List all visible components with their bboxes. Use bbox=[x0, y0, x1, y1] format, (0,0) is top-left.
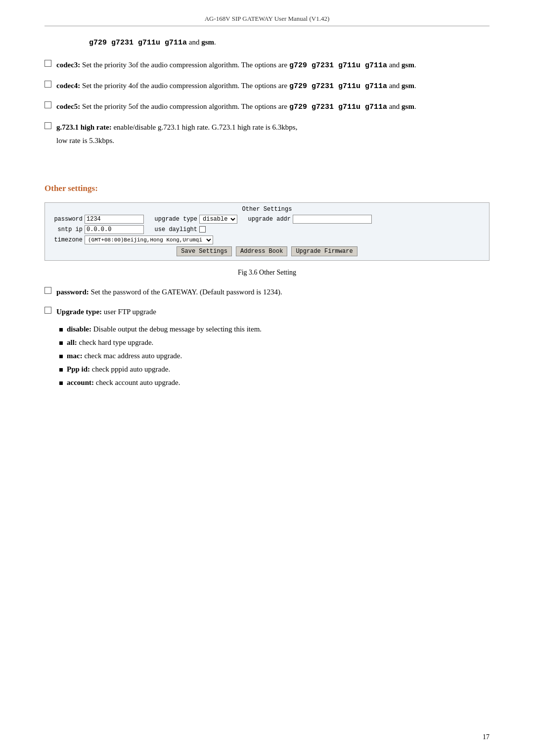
highrate-desc2: low rate is 5.3kbps. bbox=[56, 137, 114, 144]
codec3-desc: Set the priority 3of the audio compressi… bbox=[82, 61, 289, 69]
upgrade-type-desc-text: user FTP upgrade bbox=[104, 308, 156, 316]
bullet-all-label: all: bbox=[67, 338, 77, 346]
intro-gsm: gsm bbox=[201, 38, 214, 46]
bullet-square-all bbox=[59, 341, 63, 345]
fig-caption: Fig 3.6 Other Setting bbox=[44, 269, 490, 277]
codec4-desc: Set the priority 4of the audio compressi… bbox=[82, 82, 289, 90]
upgrade-type-desc-block: Upgrade type: user FTP upgrade bbox=[44, 305, 490, 318]
timezone-select[interactable]: (GMT+08:00)Beijing,Hong Kong,Urumqi bbox=[85, 236, 213, 244]
codec4-and: and bbox=[389, 82, 401, 90]
password-desc-checkbox bbox=[44, 287, 51, 294]
timezone-label: timezone bbox=[49, 236, 83, 243]
settings-box-title: Other Settings bbox=[49, 206, 485, 213]
upgrade-type-desc-label: Upgrade type: bbox=[56, 308, 102, 316]
page-header: AG-168V SIP GATEWAY User Manual (V1.42) bbox=[44, 15, 490, 26]
codec3-options: g729 g7231 g711u g711a bbox=[289, 61, 387, 70]
bullet-mac-label: mac: bbox=[67, 352, 83, 360]
password-desc-label: password: bbox=[56, 288, 89, 296]
use-daylight-label: use daylight bbox=[153, 226, 197, 233]
highrate-label: g.723.1 high rate: bbox=[56, 123, 112, 131]
codec4-gsm: gsm bbox=[401, 82, 414, 90]
sntp-ip-label: sntp ip bbox=[49, 226, 83, 233]
other-settings-heading: Other settings: bbox=[44, 184, 490, 193]
codec5-gsm: gsm bbox=[401, 102, 414, 110]
upgrade-addr-label: upgrade addr bbox=[246, 216, 291, 223]
bullet-pppid: Ppp id: check pppid auto upgrade. bbox=[44, 365, 490, 374]
bullet-pppid-label: Ppp id: bbox=[67, 365, 90, 373]
codec3-gsm: gsm bbox=[401, 61, 414, 69]
bullet-account: account: check account auto upgrade. bbox=[44, 378, 490, 387]
codec4-checkbox bbox=[44, 81, 51, 88]
bullet-square-mac bbox=[59, 355, 63, 358]
bullet-all: all: check hard type upgrade. bbox=[44, 338, 490, 347]
codec3-block: codec3: Set the priority 3of the audio c… bbox=[44, 58, 490, 72]
codec4-block: codec4: Set the priority 4of the audio c… bbox=[44, 79, 490, 93]
bullet-all-text: check hard type upgrade. bbox=[79, 338, 154, 346]
settings-buttons-row: Save Settings Address Book Upgrade Firmw… bbox=[49, 246, 485, 256]
intro-codecs: g729 g7231 g711u g711a bbox=[89, 39, 187, 47]
settings-row-2: sntp ip use daylight bbox=[49, 225, 485, 234]
bullet-disable: disable: Disable output the debug messag… bbox=[44, 325, 490, 333]
settings-box: Other Settings password upgrade type dis… bbox=[44, 202, 490, 261]
codec5-and: and bbox=[389, 102, 401, 110]
codec3-and: and bbox=[389, 61, 401, 69]
codec5-block: codec5: Set the priority 5of the audio c… bbox=[44, 100, 490, 114]
bullet-account-text: check account auto upgrade. bbox=[96, 378, 180, 386]
bullet-mac: mac: check mac address auto upgrade. bbox=[44, 352, 490, 360]
bullet-square-account bbox=[59, 381, 63, 385]
bullet-disable-label: disable: bbox=[67, 325, 91, 333]
settings-row-1: password upgrade type disable all mac pp… bbox=[49, 215, 485, 224]
bullet-mac-text: check mac address auto upgrade. bbox=[84, 352, 182, 360]
upgrade-type-desc-checkbox bbox=[44, 307, 51, 314]
header-title: AG-168V SIP GATEWAY User Manual (V1.42) bbox=[205, 15, 330, 22]
codec5-checkbox bbox=[44, 101, 51, 108]
password-label: password bbox=[49, 216, 83, 223]
upgrade-addr-input[interactable] bbox=[293, 215, 372, 224]
use-daylight-checkbox[interactable] bbox=[199, 226, 206, 233]
upgrade-firmware-button[interactable]: Upgrade Firmware bbox=[291, 246, 357, 256]
highrate-checkbox bbox=[44, 122, 51, 129]
save-settings-button[interactable]: Save Settings bbox=[177, 246, 232, 256]
bullet-account-label: account: bbox=[67, 378, 94, 386]
codec3-checkbox bbox=[44, 60, 51, 67]
upgrade-type-label: upgrade type bbox=[153, 216, 197, 223]
intro-text: g729 g7231 g711u g711a and gsm. bbox=[44, 36, 490, 49]
settings-row-timezone: timezone (GMT+08:00)Beijing,Hong Kong,Ur… bbox=[49, 236, 485, 244]
codec4-label: codec4: bbox=[56, 82, 80, 90]
password-desc-block: password: Set the password of the GATEWA… bbox=[44, 285, 490, 298]
address-book-button[interactable]: Address Book bbox=[236, 246, 287, 256]
codec5-options: g729 g7231 g711u g711a bbox=[289, 103, 387, 111]
highrate-desc: enable/disable g.723.1 high rate. G.723.… bbox=[113, 123, 297, 131]
upgrade-type-select[interactable]: disable all mac ppp id account bbox=[199, 215, 237, 224]
codec5-desc: Set the priority 5of the audio compressi… bbox=[82, 102, 289, 110]
highrate-block: g.723.1 high rate: enable/disable g.723.… bbox=[44, 121, 490, 147]
codec5-label: codec5: bbox=[56, 102, 80, 110]
bullet-square-disable bbox=[59, 328, 63, 331]
codec4-options: g729 g7231 g711u g711a bbox=[289, 82, 387, 91]
bullet-pppid-text: check pppid auto upgrade. bbox=[92, 365, 170, 373]
password-input[interactable] bbox=[85, 215, 144, 224]
bullet-disable-text: Disable output the debug message by sele… bbox=[93, 325, 262, 333]
page-number: 17 bbox=[483, 733, 490, 741]
password-desc-text: Set the password of the GATEWAY. (Defaul… bbox=[91, 288, 282, 296]
sntp-ip-input[interactable] bbox=[85, 225, 144, 234]
codec3-label: codec3: bbox=[56, 61, 80, 69]
bullet-square-pppid bbox=[59, 368, 63, 372]
